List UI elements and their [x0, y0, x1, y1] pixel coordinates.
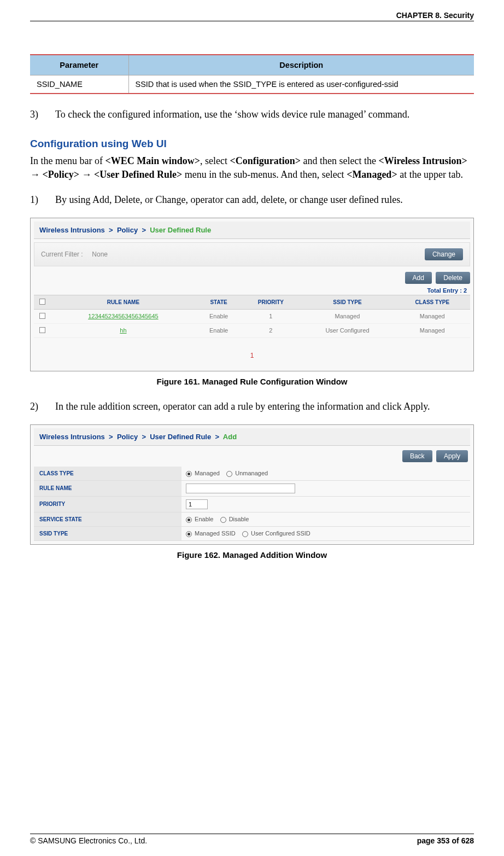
rules-table: RULE NAME STATE PRIORITY SSID TYPE CLASS…	[34, 295, 470, 338]
col-parameter: Parameter	[30, 55, 128, 75]
step-3: 3) To check the configured information, …	[30, 108, 474, 121]
copyright: © SAMSUNG Electronics Co., Ltd.	[30, 836, 147, 845]
breadcrumb: Wireless Intrusions > Policy > User Defi…	[34, 428, 470, 446]
page-number: page 353 of 628	[417, 836, 474, 845]
cell-param: SSID_NAME	[30, 75, 128, 94]
add-form-table: CLASS TYPE Managed Unmanaged RULE NAME P…	[34, 467, 470, 541]
rule-link[interactable]: 123445234563456345645	[50, 309, 196, 323]
rule-link[interactable]: hh	[50, 323, 196, 337]
action-row: Add Delete	[34, 270, 470, 286]
step-number: 1)	[30, 193, 45, 207]
chapter-label: CHAPTER 8. Security	[396, 11, 474, 20]
radio-icon[interactable]	[220, 517, 226, 523]
col-priority: PRIORITY	[241, 295, 300, 309]
col-ssidtype: SSID TYPE	[300, 295, 394, 309]
step-text: To check the configured information, use…	[55, 108, 409, 121]
step-number: 2)	[30, 400, 45, 414]
filter-label: Current Filter :	[41, 251, 83, 258]
checkbox-icon[interactable]	[39, 313, 45, 319]
priority-input[interactable]	[186, 499, 208, 509]
checkbox-icon[interactable]	[39, 299, 45, 305]
pager[interactable]: 1	[34, 338, 470, 368]
col-state: STATE	[196, 295, 242, 309]
col-classtype: CLASS TYPE	[395, 295, 470, 309]
filter-value: None	[92, 251, 108, 258]
table-row: 123445234563456345645 Enable 1 Managed M…	[34, 309, 470, 323]
breadcrumb: Wireless Intrusions > Policy > User Defi…	[34, 222, 470, 239]
page-footer: © SAMSUNG Electronics Co., Ltd. page 353…	[30, 834, 474, 845]
page-header: CHAPTER 8. Security	[30, 11, 474, 21]
col-rulename: RULE NAME	[50, 295, 196, 309]
figure-caption-2: Figure 162. Managed Addition Window	[30, 550, 474, 560]
apply-button[interactable]: Apply	[436, 450, 468, 462]
radio-icon[interactable]	[226, 471, 232, 477]
checkbox-icon[interactable]	[39, 327, 45, 333]
add-button[interactable]: Add	[405, 272, 432, 284]
table-row: SSID_NAME SSID that is used when the SSI…	[30, 75, 474, 94]
filter-row: Current Filter : None Change	[34, 242, 470, 266]
screenshot-managed-add: Wireless Intrusions > Policy > User Defi…	[30, 424, 474, 545]
total-entry: Total Entry : 2	[34, 286, 470, 295]
change-button[interactable]: Change	[425, 248, 463, 260]
step-2: 2) In the rule addition screen, operator…	[30, 400, 474, 414]
delete-button[interactable]: Delete	[436, 272, 470, 284]
col-checkbox[interactable]	[34, 295, 50, 309]
table-row: hh Enable 2 User Configured Managed	[34, 323, 470, 337]
label-classtype: CLASS TYPE	[34, 467, 181, 481]
figure-caption-1: Figure 161. Managed Rule Configuration W…	[30, 377, 474, 386]
cell-desc: SSID that is used when the SSID_TYPE is …	[128, 75, 474, 94]
label-servicestate: SERVICE STATE	[34, 512, 181, 526]
step-text: In the rule addition screen, operator ca…	[55, 400, 430, 414]
label-priority: PRIORITY	[34, 496, 181, 512]
label-ssidtype: SSID TYPE	[34, 526, 181, 540]
step-number: 3)	[30, 108, 45, 121]
section-heading: Configuration using Web UI	[30, 138, 474, 150]
action-row: Back Apply	[34, 446, 470, 467]
rulename-input[interactable]	[186, 484, 295, 493]
parameter-table: Parameter Description SSID_NAME SSID tha…	[30, 54, 474, 94]
radio-icon[interactable]	[242, 531, 248, 537]
intro-paragraph: In the menu bar of <WEC Main window>, se…	[30, 154, 474, 182]
radio-icon[interactable]	[186, 517, 192, 523]
step-1: 1) By using Add, Delete, or Change, oper…	[30, 193, 474, 207]
screenshot-managed-rule-list: Wireless Intrusions > Policy > User Defi…	[30, 218, 474, 371]
label-rulename: RULE NAME	[34, 480, 181, 496]
step-text: By using Add, Delete, or Change, operato…	[55, 193, 403, 207]
back-button[interactable]: Back	[402, 450, 432, 462]
col-description: Description	[128, 55, 474, 75]
radio-icon[interactable]	[186, 531, 192, 537]
radio-icon[interactable]	[186, 471, 192, 477]
